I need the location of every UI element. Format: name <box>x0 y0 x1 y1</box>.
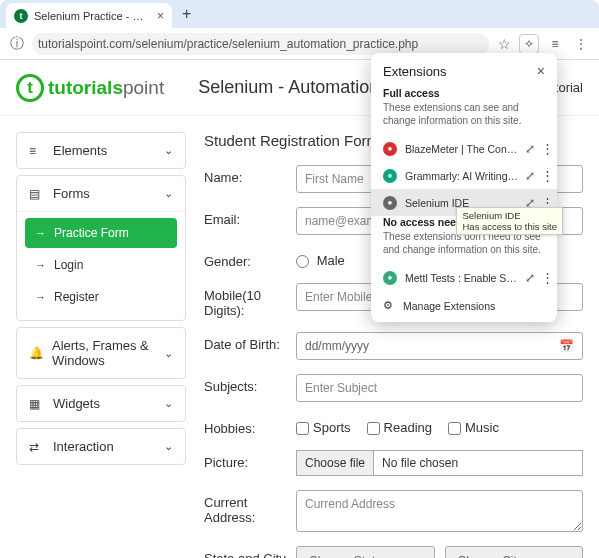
chevron-down-icon: ⌄ <box>164 397 173 410</box>
manage-label: Manage Extensions <box>403 300 495 312</box>
sidebar-header[interactable]: ⇄Interaction⌄ <box>17 429 185 464</box>
hobby-reading[interactable]: Reading <box>367 420 432 435</box>
arrow-right-icon: → <box>35 291 46 303</box>
extension-item[interactable]: ●Selenium IDE⤢⋮Selenium IDEHas access to… <box>371 189 557 216</box>
extension-item[interactable]: ●Grammarly: AI Writing an…⤢⋮ <box>371 162 557 189</box>
address-label: Current Address: <box>204 490 296 525</box>
extension-item[interactable]: ●BlazeMeter | The Continu…⤢⋮ <box>371 135 557 162</box>
url-field[interactable]: tutorialspoint.com/selenium/practice/sel… <box>32 33 489 55</box>
extension-icon: ● <box>383 169 397 183</box>
more-icon[interactable]: ⋮ <box>571 34 591 54</box>
sidebar-section: ▦Widgets⌄ <box>16 385 186 422</box>
new-tab-button[interactable]: + <box>182 5 191 23</box>
field-hobbies: Hobbies: Sports Reading Music <box>204 416 583 436</box>
gear-icon: ⚙ <box>383 299 393 312</box>
manage-extensions[interactable]: ⚙ Manage Extensions <box>371 291 557 316</box>
section-icon: ▦ <box>29 397 45 411</box>
more-options-icon[interactable]: ⋮ <box>541 168 551 183</box>
sidebar-item[interactable]: →Login <box>25 250 177 280</box>
sidebar-header[interactable]: ▦Widgets⌄ <box>17 386 185 421</box>
subjects-label: Subjects: <box>204 374 296 394</box>
chevron-down-icon: ⌄ <box>164 144 173 157</box>
favicon: t <box>14 9 28 23</box>
active-tab[interactable]: t Selenium Practice - Student × <box>6 3 172 28</box>
gender-male-radio[interactable]: Male <box>296 253 345 268</box>
arrow-right-icon: → <box>35 227 46 239</box>
close-icon[interactable]: × <box>537 63 545 79</box>
sidebar-section: ≡Elements⌄ <box>16 132 186 169</box>
extension-name: Grammarly: AI Writing an… <box>405 170 519 182</box>
section-icon: ⇄ <box>29 440 45 454</box>
section-label: Interaction <box>53 439 114 454</box>
field-dob: Date of Birth: dd/mm/yyyy 📅 <box>204 332 583 360</box>
extension-icon: ● <box>383 196 397 210</box>
calendar-icon[interactable]: 📅 <box>559 339 574 353</box>
section-label: Widgets <box>53 396 100 411</box>
arrow-right-icon: → <box>35 259 46 271</box>
section-label: Forms <box>53 186 90 201</box>
full-access-heading: Full access <box>371 87 557 99</box>
site-info-icon[interactable]: ⓘ <box>8 35 26 53</box>
sidebar-section: ⇄Interaction⌄ <box>16 428 186 465</box>
section-label: Elements <box>53 143 107 158</box>
sidebar-item[interactable]: →Practice Form <box>25 218 177 248</box>
extension-name: BlazeMeter | The Continu… <box>405 143 519 155</box>
close-tab-icon[interactable]: × <box>157 9 164 23</box>
pin-icon[interactable]: ⤢ <box>523 169 537 183</box>
section-label: Alerts, Frames & Windows <box>52 338 164 368</box>
site-logo[interactable]: tutorialspoint <box>16 74 164 102</box>
name-label: Name: <box>204 165 296 185</box>
sidebar-header[interactable]: ▤Forms⌄ <box>17 176 185 211</box>
chevron-down-icon: ⌄ <box>164 347 173 360</box>
sidebar-header[interactable]: 🔔Alerts, Frames & Windows⌄ <box>17 328 185 378</box>
chevron-down-icon: ⌄ <box>164 187 173 200</box>
dob-input[interactable]: dd/mm/yyyy 📅 <box>296 332 583 360</box>
logo-text: tutorialspoint <box>48 77 164 99</box>
logo-mark <box>16 74 44 102</box>
field-state-city: State and City Choose State Choose City <box>204 546 583 558</box>
gender-label: Gender: <box>204 249 296 269</box>
bookmark-icon[interactable]: ☆ <box>495 35 513 53</box>
full-access-desc: These extensions can see and change info… <box>371 99 557 135</box>
browser-tab-strip: t Selenium Practice - Student × + <box>0 0 599 28</box>
more-options-icon[interactable]: ⋮ <box>541 141 551 156</box>
field-picture: Picture: Choose file No file chosen <box>204 450 583 476</box>
page-title: Selenium - Automation <box>198 77 379 98</box>
dob-placeholder: dd/mm/yyyy <box>305 339 369 353</box>
sidebar-item-label: Register <box>54 290 99 304</box>
hobby-sports[interactable]: Sports <box>296 420 351 435</box>
field-subjects: Subjects: <box>204 374 583 402</box>
pin-icon[interactable]: ⤢ <box>523 142 537 156</box>
extensions-icon[interactable]: ✧ <box>519 34 539 54</box>
sidebar-section: ▤Forms⌄→Practice Form→Login→Register <box>16 175 186 321</box>
pin-icon[interactable]: ⤢ <box>523 271 537 285</box>
more-options-icon[interactable]: ⋮ <box>541 270 551 285</box>
sidebar-header[interactable]: ≡Elements⌄ <box>17 133 185 168</box>
chevron-down-icon: ⌄ <box>164 440 173 453</box>
extension-item[interactable]: ●Mettl Tests : Enable Scre…⤢⋮ <box>371 264 557 291</box>
mobile-label: Mobile(10 Digits): <box>204 283 296 318</box>
field-address: Current Address: <box>204 490 583 532</box>
address-input[interactable] <box>296 490 583 532</box>
sidebar-item[interactable]: →Register <box>25 282 177 312</box>
hobbies-label: Hobbies: <box>204 416 296 436</box>
picture-label: Picture: <box>204 450 296 470</box>
section-icon: ▤ <box>29 187 45 201</box>
city-select[interactable]: Choose City <box>445 546 584 558</box>
extensions-popup: Extensions × Full access These extension… <box>371 53 557 322</box>
extensions-title: Extensions <box>383 64 447 79</box>
sidebar-section: 🔔Alerts, Frames & Windows⌄ <box>16 327 186 379</box>
sidebar: ≡Elements⌄▤Forms⌄→Practice Form→Login→Re… <box>16 132 186 558</box>
subjects-input[interactable] <box>296 374 583 402</box>
hobby-music[interactable]: Music <box>448 420 499 435</box>
section-icon: ≡ <box>29 144 45 158</box>
tab-title: Selenium Practice - Student <box>34 10 149 22</box>
state-city-label: State and City <box>204 546 296 558</box>
extension-icon: ● <box>383 271 397 285</box>
extension-name: Mettl Tests : Enable Scre… <box>405 272 519 284</box>
reader-icon[interactable]: ≡ <box>545 34 565 54</box>
section-icon: 🔔 <box>29 346 44 360</box>
extension-icon: ● <box>383 142 397 156</box>
file-choose-button[interactable]: Choose file <box>297 451 374 475</box>
state-select[interactable]: Choose State <box>296 546 435 558</box>
